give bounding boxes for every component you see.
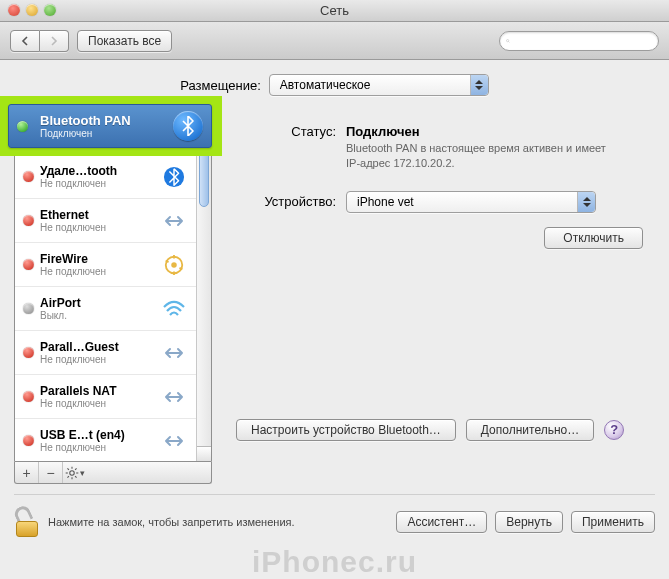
location-popup[interactable]: Автоматическое: [269, 74, 489, 96]
sidebar-footer: + − ▾: [14, 462, 212, 484]
sidebar-item-status: Не подключен: [40, 354, 160, 365]
assistant-button[interactable]: Ассистент…: [396, 511, 487, 533]
services-sidebar: Bluetooth PANПодключенУдале…toothНе подк…: [14, 110, 212, 462]
sidebar-item-status: Не подключен: [40, 442, 160, 453]
detail-pane: Статус: Подключен Bluetooth PAN в настоя…: [230, 110, 655, 484]
sidebar-item[interactable]: EthernetНе подключен: [15, 199, 196, 243]
bluetooth-icon: [160, 163, 188, 191]
watermark: iPhonec.ru: [0, 545, 669, 579]
window-titlebar: Сеть: [0, 0, 669, 22]
sidebar-item-name: Ethernet: [40, 208, 160, 222]
status-description: Bluetooth PAN в настоящее время активен …: [346, 141, 606, 171]
back-button[interactable]: [10, 30, 40, 52]
zoom-window-button[interactable]: [44, 4, 56, 16]
sidebar-item[interactable]: AirPortВыкл.: [15, 287, 196, 331]
sidebar-item-status: Не подключен: [40, 222, 160, 233]
svg-line-17: [67, 476, 68, 477]
wifi-icon: [160, 295, 188, 323]
firewire-icon: [160, 251, 188, 279]
chevron-right-icon: [50, 36, 58, 46]
search-icon: [506, 35, 510, 47]
sidebar-item-status: Не подключен: [40, 178, 160, 189]
apply-button[interactable]: Применить: [571, 511, 655, 533]
status-label: Статус:: [236, 124, 346, 171]
show-all-button[interactable]: Показать все: [77, 30, 172, 52]
service-options-button[interactable]: ▾: [63, 462, 87, 483]
add-service-button[interactable]: +: [15, 462, 39, 483]
disconnect-button[interactable]: Отключить: [544, 227, 643, 249]
location-label: Размещение:: [180, 78, 261, 93]
sidebar-item-name: Удале…tooth: [40, 164, 160, 178]
bluetooth-icon: [160, 119, 188, 147]
sidebar-item-name: Bluetooth PAN: [40, 120, 160, 134]
sidebar-item-name: AirPort: [40, 296, 160, 310]
sidebar-item-name: FireWire: [40, 252, 160, 266]
minimize-window-button[interactable]: [26, 4, 38, 16]
sidebar-item[interactable]: Bluetooth PANПодключен: [15, 111, 196, 155]
status-dot-icon: [23, 391, 34, 402]
sidebar-item-name: USB E…t (en4): [40, 428, 160, 442]
scrollbar[interactable]: [196, 111, 211, 461]
sidebar-item-status: Не подключен: [40, 266, 160, 277]
toolbar: Показать все: [0, 22, 669, 60]
help-button[interactable]: ?: [604, 420, 624, 440]
svg-line-18: [75, 468, 76, 469]
search-field[interactable]: [499, 31, 659, 51]
device-popup[interactable]: iPhone vet: [346, 191, 596, 213]
search-input[interactable]: [514, 35, 652, 47]
remove-service-button[interactable]: −: [39, 462, 63, 483]
forward-button[interactable]: [40, 30, 69, 52]
svg-line-15: [67, 468, 68, 469]
updown-arrows-icon: [577, 192, 595, 212]
footer: Нажмите на замок, чтобы запретить измене…: [0, 507, 669, 543]
scrollbar-thumb[interactable]: [199, 127, 209, 207]
close-window-button[interactable]: [8, 4, 20, 16]
lock-button[interactable]: [14, 507, 40, 537]
sidebar-item[interactable]: Parall…GuestНе подключен: [15, 331, 196, 375]
status-dot-icon: [23, 127, 34, 138]
sidebar-item-name: Parall…Guest: [40, 340, 160, 354]
lock-hint: Нажмите на замок, чтобы запретить измене…: [48, 516, 295, 528]
status-dot-icon: [23, 303, 34, 314]
device-value: iPhone vet: [357, 195, 414, 209]
window-controls: [8, 4, 56, 16]
ethernet-icon: [160, 339, 188, 367]
ethernet-icon: [160, 427, 188, 455]
ethernet-icon: [160, 383, 188, 411]
sidebar-item[interactable]: Parallels NATНе подключен: [15, 375, 196, 419]
svg-point-10: [70, 470, 74, 474]
location-value: Автоматическое: [280, 78, 371, 92]
advanced-button[interactable]: Дополнительно…: [466, 419, 594, 441]
status-dot-icon: [23, 259, 34, 270]
sidebar-item-status: Выкл.: [40, 310, 160, 321]
svg-point-5: [171, 262, 177, 268]
status-value: Подключен: [346, 124, 420, 139]
sidebar-item-name: Parallels NAT: [40, 384, 160, 398]
sidebar-item-status: Подключен: [40, 134, 160, 145]
svg-line-1: [509, 41, 510, 42]
gear-icon: [65, 466, 79, 480]
chevron-left-icon: [21, 36, 29, 46]
updown-arrows-icon: [470, 75, 488, 95]
revert-button[interactable]: Вернуть: [495, 511, 563, 533]
status-dot-icon: [23, 347, 34, 358]
lock-body-icon: [16, 521, 38, 537]
device-label: Устройство:: [236, 194, 346, 209]
ethernet-icon: [160, 207, 188, 235]
sidebar-item[interactable]: Удале…toothНе подключен: [15, 155, 196, 199]
window-title: Сеть: [320, 3, 349, 18]
svg-line-16: [75, 476, 76, 477]
configure-bluetooth-button[interactable]: Настроить устройство Bluetooth…: [236, 419, 456, 441]
status-dot-icon: [23, 435, 34, 446]
status-dot-icon: [23, 171, 34, 182]
divider: [14, 494, 655, 495]
sidebar-item[interactable]: FireWireНе подключен: [15, 243, 196, 287]
sidebar-item[interactable]: USB E…t (en4)Не подключен: [15, 419, 196, 461]
status-dot-icon: [23, 215, 34, 226]
svg-point-0: [507, 39, 509, 41]
sidebar-item-status: Не подключен: [40, 398, 160, 409]
